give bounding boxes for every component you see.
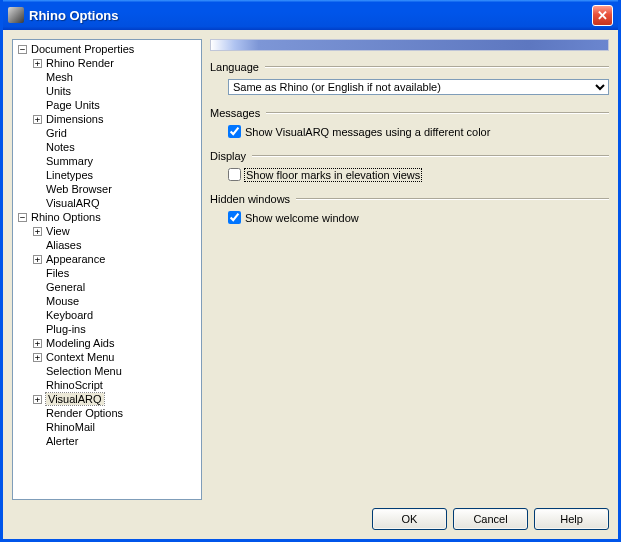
group-title: Hidden windows: [210, 193, 290, 205]
expand-icon[interactable]: +: [33, 339, 42, 348]
tree-item-units[interactable]: Units: [31, 84, 201, 98]
group-title: Messages: [210, 107, 260, 119]
group-title: Display: [210, 150, 246, 162]
tree-item-web-browser[interactable]: Web Browser: [31, 182, 201, 196]
tree-item-visualarq[interactable]: VisualARQ: [31, 196, 201, 210]
tree-item-mouse[interactable]: Mouse: [31, 294, 201, 308]
group-language: Language Same as Rhino (or English if no…: [210, 61, 609, 95]
tree-item-visualarq-selected[interactable]: +VisualARQ: [31, 392, 201, 406]
tree-item-modeling-aids[interactable]: +Modeling Aids: [31, 336, 201, 350]
help-button[interactable]: Help: [534, 508, 609, 530]
collapse-icon[interactable]: −: [18, 45, 27, 54]
tree-item-summary[interactable]: Summary: [31, 154, 201, 168]
expand-icon[interactable]: +: [33, 353, 42, 362]
cancel-button[interactable]: Cancel: [453, 508, 528, 530]
tree-item-rhinoscript[interactable]: RhinoScript: [31, 378, 201, 392]
tree-item-context-menu[interactable]: +Context Menu: [31, 350, 201, 364]
expand-icon[interactable]: +: [33, 227, 42, 236]
group-hidden-windows: Hidden windows Show welcome window: [210, 193, 609, 224]
welcome-window-label[interactable]: Show welcome window: [245, 212, 359, 224]
group-messages: Messages Show VisualARQ messages using a…: [210, 107, 609, 138]
tree-item-rhino-options: − Rhino Options +View Aliases +Appearanc…: [16, 210, 201, 448]
tree-item-page-units[interactable]: Page Units: [31, 98, 201, 112]
language-select[interactable]: Same as Rhino (or English if not availab…: [228, 79, 609, 95]
tree-label: Document Properties: [31, 43, 134, 55]
settings-panel: Language Same as Rhino (or English if no…: [210, 39, 609, 500]
tree-item-grid[interactable]: Grid: [31, 126, 201, 140]
floor-marks-label[interactable]: Show floor marks in elevation views: [245, 169, 421, 181]
group-display: Display Show floor marks in elevation vi…: [210, 150, 609, 181]
tree-item-files[interactable]: Files: [31, 266, 201, 280]
tree-item-dimensions[interactable]: +Dimensions: [31, 112, 201, 126]
ok-button[interactable]: OK: [372, 508, 447, 530]
expand-icon[interactable]: +: [33, 115, 42, 124]
options-tree[interactable]: − Document Properties +Rhino Render Mesh…: [12, 39, 202, 500]
collapse-icon[interactable]: −: [18, 213, 27, 222]
tree-item-rhinomail[interactable]: RhinoMail: [31, 420, 201, 434]
tree-item-appearance[interactable]: +Appearance: [31, 252, 201, 266]
group-title: Language: [210, 61, 259, 73]
close-icon: ✕: [597, 8, 608, 23]
expand-icon[interactable]: +: [33, 395, 42, 404]
app-icon: [8, 7, 24, 23]
welcome-window-checkbox[interactable]: [228, 211, 241, 224]
tree-item-plugins[interactable]: Plug-ins: [31, 322, 201, 336]
floor-marks-checkbox[interactable]: [228, 168, 241, 181]
tree-item-view[interactable]: +View: [31, 224, 201, 238]
expand-icon[interactable]: +: [33, 59, 42, 68]
tree-item-document-properties: − Document Properties +Rhino Render Mesh…: [16, 42, 201, 210]
titlebar: Rhino Options ✕: [3, 0, 618, 30]
close-button[interactable]: ✕: [592, 5, 613, 26]
button-row: OK Cancel Help: [12, 500, 609, 530]
tree-item-rhino-render[interactable]: +Rhino Render: [31, 56, 201, 70]
tree-item-general[interactable]: General: [31, 280, 201, 294]
tree-item-render-options[interactable]: Render Options: [31, 406, 201, 420]
tree-item-alerter[interactable]: Alerter: [31, 434, 201, 448]
tree-item-selection-menu[interactable]: Selection Menu: [31, 364, 201, 378]
messages-color-label[interactable]: Show VisualARQ messages using a differen…: [245, 126, 490, 138]
tree-item-notes[interactable]: Notes: [31, 140, 201, 154]
client-area: − Document Properties +Rhino Render Mesh…: [3, 30, 618, 539]
options-window: Rhino Options ✕ − Document Properties +R…: [0, 0, 621, 542]
window-title: Rhino Options: [28, 8, 592, 23]
tree-item-linetypes[interactable]: Linetypes: [31, 168, 201, 182]
tree-item-mesh[interactable]: Mesh: [31, 70, 201, 84]
messages-color-checkbox[interactable]: [228, 125, 241, 138]
expand-icon[interactable]: +: [33, 255, 42, 264]
tree-item-aliases[interactable]: Aliases: [31, 238, 201, 252]
tree-label: Rhino Options: [31, 211, 101, 223]
header-bar: [210, 39, 609, 51]
tree-row[interactable]: − Rhino Options: [16, 210, 201, 224]
tree-item-keyboard[interactable]: Keyboard: [31, 308, 201, 322]
tree-row[interactable]: − Document Properties: [16, 42, 201, 56]
